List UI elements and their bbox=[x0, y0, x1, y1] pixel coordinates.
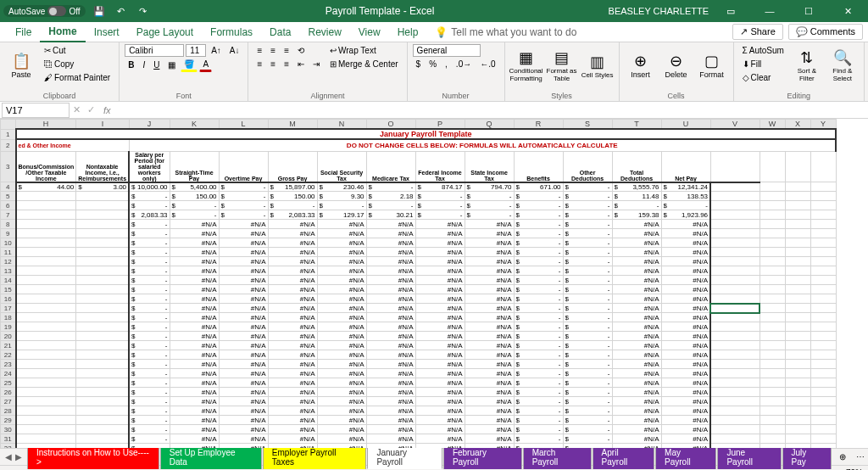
cell[interactable]: $- bbox=[514, 406, 563, 416]
cell[interactable]: $- bbox=[563, 425, 612, 434]
number-format-select[interactable] bbox=[413, 44, 481, 57]
cell[interactable]: #N/A bbox=[661, 378, 710, 388]
row-header[interactable]: 8 bbox=[1, 220, 16, 229]
align-bottom-icon[interactable]: ≡ bbox=[281, 44, 292, 57]
cell[interactable]: $- bbox=[563, 210, 612, 220]
cell[interactable]: #N/A bbox=[465, 444, 514, 449]
cell[interactable]: #N/A bbox=[268, 416, 317, 425]
sheet-title[interactable]: January Payroll Template bbox=[16, 129, 837, 139]
tab-file[interactable]: File bbox=[7, 23, 40, 42]
cell[interactable] bbox=[785, 276, 810, 285]
cell[interactable]: $- bbox=[129, 350, 170, 360]
cell[interactable] bbox=[785, 192, 810, 201]
cell[interactable]: #N/A bbox=[415, 444, 465, 449]
cell[interactable]: #N/A bbox=[661, 425, 710, 434]
cell[interactable] bbox=[760, 257, 785, 266]
cell[interactable] bbox=[785, 238, 810, 248]
cell[interactable]: #N/A bbox=[612, 434, 661, 444]
cell[interactable] bbox=[760, 341, 785, 350]
cell[interactable]: $- bbox=[317, 201, 366, 210]
cell[interactable]: $- bbox=[563, 248, 612, 257]
cell[interactable]: #N/A bbox=[661, 229, 710, 238]
cell[interactable] bbox=[16, 248, 76, 257]
cell[interactable] bbox=[16, 210, 76, 220]
cell[interactable]: #N/A bbox=[317, 304, 366, 313]
close-icon[interactable]: ✕ bbox=[831, 0, 865, 22]
cell[interactable] bbox=[785, 397, 810, 406]
cell[interactable]: #N/A bbox=[661, 369, 710, 378]
cell[interactable]: $- bbox=[366, 201, 415, 210]
cell[interactable]: #N/A bbox=[366, 276, 415, 285]
cell[interactable]: #N/A bbox=[415, 341, 465, 350]
row-header[interactable]: 14 bbox=[1, 276, 16, 285]
cell[interactable]: $- bbox=[563, 360, 612, 369]
row-header[interactable]: 32 bbox=[1, 444, 16, 449]
col-header[interactable]: L bbox=[219, 120, 268, 130]
col-header[interactable]: J bbox=[129, 120, 170, 130]
cell[interactable]: #N/A bbox=[366, 238, 415, 248]
cell[interactable] bbox=[76, 360, 129, 369]
cell[interactable] bbox=[810, 182, 836, 192]
cell[interactable] bbox=[76, 416, 129, 425]
row-header[interactable]: 24 bbox=[1, 369, 16, 378]
cell[interactable]: $- bbox=[514, 350, 563, 360]
cell[interactable] bbox=[760, 332, 785, 341]
col-header[interactable]: X bbox=[785, 120, 810, 130]
cell[interactable]: $2,083.33 bbox=[268, 210, 317, 220]
cell[interactable]: $- bbox=[563, 332, 612, 341]
cell[interactable]: $5,400.00 bbox=[170, 182, 219, 192]
cell[interactable]: $- bbox=[563, 341, 612, 350]
row-header[interactable]: 25 bbox=[1, 378, 16, 388]
cell[interactable]: $- bbox=[563, 257, 612, 266]
cell[interactable]: #N/A bbox=[415, 397, 465, 406]
row-header[interactable]: 17 bbox=[1, 304, 16, 313]
row-header[interactable]: 21 bbox=[1, 341, 16, 350]
cell[interactable] bbox=[810, 201, 836, 210]
format-as-table-button[interactable]: ▤Format as Table bbox=[546, 44, 578, 87]
cell[interactable]: #N/A bbox=[415, 322, 465, 332]
cell[interactable]: #N/A bbox=[465, 388, 514, 397]
indent-inc-icon[interactable]: ⇥ bbox=[309, 58, 323, 70]
cell[interactable]: #N/A bbox=[317, 416, 366, 425]
conditional-formatting-button[interactable]: ▦Conditional Formatting bbox=[510, 44, 542, 87]
cell[interactable] bbox=[16, 388, 76, 397]
cell[interactable] bbox=[810, 397, 836, 406]
cell[interactable]: #N/A bbox=[268, 257, 317, 266]
cell[interactable]: $- bbox=[612, 201, 661, 210]
ribbon-options-icon[interactable]: ▭ bbox=[714, 0, 748, 22]
cell[interactable] bbox=[760, 406, 785, 416]
percent-icon[interactable]: % bbox=[426, 58, 440, 70]
cell[interactable]: $- bbox=[514, 341, 563, 350]
cell[interactable] bbox=[16, 304, 76, 313]
cell[interactable]: #N/A bbox=[366, 341, 415, 350]
cell[interactable]: #N/A bbox=[219, 350, 268, 360]
cut-button[interactable]: ✂ Cut bbox=[41, 44, 114, 57]
cell[interactable] bbox=[785, 369, 810, 378]
cell[interactable]: #N/A bbox=[268, 313, 317, 322]
cell[interactable] bbox=[16, 257, 76, 266]
cell[interactable]: $671.00 bbox=[514, 182, 563, 192]
cell[interactable] bbox=[16, 201, 76, 210]
cell[interactable]: #N/A bbox=[317, 285, 366, 294]
cell[interactable]: $- bbox=[514, 192, 563, 201]
row-header[interactable]: 19 bbox=[1, 322, 16, 332]
cell[interactable]: $30.21 bbox=[366, 210, 415, 220]
bold-button[interactable]: B bbox=[125, 58, 137, 72]
cell[interactable] bbox=[785, 257, 810, 266]
cell[interactable]: #N/A bbox=[612, 276, 661, 285]
align-right-icon[interactable]: ≡ bbox=[281, 58, 292, 70]
cell[interactable]: $- bbox=[563, 276, 612, 285]
cell[interactable] bbox=[760, 304, 785, 313]
cell[interactable]: $- bbox=[129, 220, 170, 229]
column-header-cell[interactable]: Total Deductions bbox=[612, 151, 661, 182]
increase-font-icon[interactable]: A↑ bbox=[208, 44, 225, 57]
cell[interactable]: #N/A bbox=[415, 369, 465, 378]
column-header-cell[interactable]: Other Deductions bbox=[563, 151, 612, 182]
cell[interactable]: $230.46 bbox=[317, 182, 366, 192]
cell[interactable]: #N/A bbox=[366, 425, 415, 434]
cell[interactable]: #N/A bbox=[415, 238, 465, 248]
cell[interactable] bbox=[810, 248, 836, 257]
worksheet-tab[interactable]: March Payroll bbox=[523, 445, 592, 469]
cell[interactable] bbox=[710, 210, 760, 220]
cell[interactable]: #N/A bbox=[268, 425, 317, 434]
